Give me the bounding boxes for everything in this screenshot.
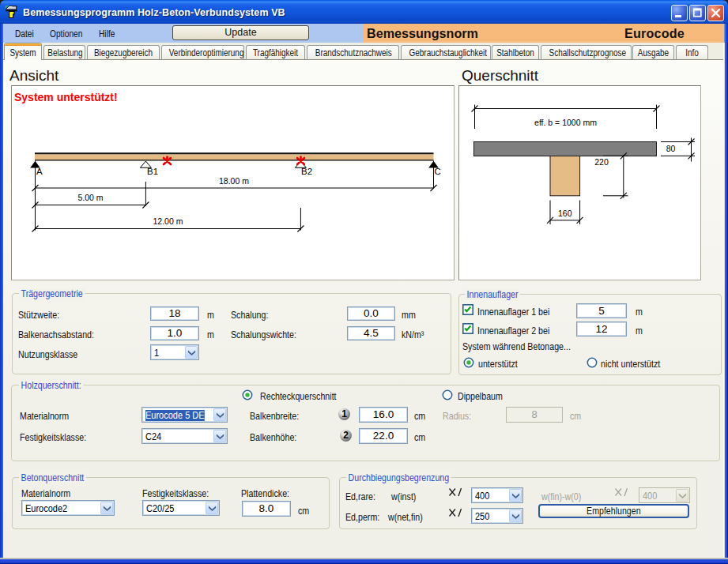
svg-text:C: C bbox=[435, 167, 441, 176]
svg-text:160: 160 bbox=[558, 209, 572, 218]
svg-text:B1: B1 bbox=[147, 167, 158, 176]
svg-text:eff. b = 1000 mm: eff. b = 1000 mm bbox=[534, 118, 597, 127]
svg-text:A: A bbox=[36, 167, 43, 176]
svg-text:18.00 m: 18.00 m bbox=[219, 176, 249, 186]
svg-text:220: 220 bbox=[594, 157, 609, 167]
svg-text:12.00 m: 12.00 m bbox=[153, 216, 183, 226]
svg-text:B2: B2 bbox=[301, 167, 312, 176]
svg-text:80: 80 bbox=[666, 144, 676, 153]
svg-text:5.00 m: 5.00 m bbox=[77, 193, 103, 202]
